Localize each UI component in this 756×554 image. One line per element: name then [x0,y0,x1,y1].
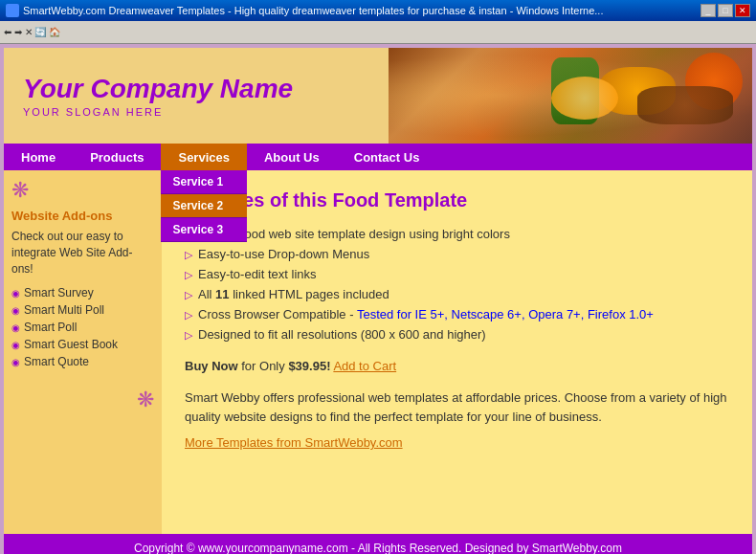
service2-item[interactable]: Service 2 [161,194,247,218]
sidebar-deco-bottom: ❋ [11,388,154,412]
description-text: Smart Webby offers professional web temp… [185,388,729,426]
buy-text: for Only [241,359,288,373]
smart-multi-poll-link[interactable]: Smart Multi Poll [24,303,104,317]
nav-home[interactable]: Home [4,144,73,170]
sidebar-links-list: ◉ Smart Survey ◉ Smart Multi Poll ◉ Smar… [11,286,154,368]
site-header: Your Company Name YOUR SLOGAN HERE [4,48,752,144]
list-item: ▷ Unique food web site template design u… [185,227,729,241]
buy-section: Buy Now for Only $39.95! Add to Cart [185,359,729,373]
window-controls[interactable]: _ □ ✕ [700,4,750,17]
close-button[interactable]: ✕ [735,4,750,17]
list-item: ◉ Smart Multi Poll [11,303,154,317]
sidebar: ❋ Website Add-ons Check out our easy to … [4,170,162,534]
smart-survey-link[interactable]: Smart Survey [24,286,94,299]
page-wrapper: Your Company Name YOUR SLOGAN HERE Home … [0,44,756,554]
feature-text: Cross Browser Compatible - Tested for IE… [198,307,654,321]
company-name: Your Company Name [23,74,369,104]
list-item: ▷ Easy-to-edit text links [185,267,729,281]
bullet-icon: ◉ [11,357,20,367]
feature-text: Designed to fit all resolutions (800 x 6… [198,327,486,342]
minimize-button[interactable]: _ [700,4,716,17]
smart-quote-link[interactable]: Smart Quote [24,355,89,368]
title-bar: SmartWebby.com Dreamweaver Templates - H… [0,0,756,21]
list-item: ◉ Smart Survey [11,286,154,299]
list-item: ▷ Easy-to-use Drop-down Menus [185,247,729,261]
browser-toolbar: ⬅ ➡ ✕ 🔄 🏠 [0,21,756,44]
feature-bullet-icon: ▷ [185,249,192,261]
header-left: Your Company Name YOUR SLOGAN HERE [4,64,389,127]
sidebar-deco-top: ❋ [11,178,29,203]
bullet-icon: ◉ [11,305,20,316]
smart-poll-link[interactable]: Smart Poll [24,321,77,334]
feature-bullet-icon: ▷ [185,269,192,281]
nav-services-dropdown[interactable]: Services Service 1 Service 2 Service 3 [161,144,247,170]
feature-bullet-icon: ▷ [185,289,192,301]
sidebar-intro: Check out our easy to integrate Web Site… [11,229,154,277]
list-item: ◉ Smart Quote [11,355,154,368]
feature-text: All 11 linked HTML pages included [198,287,389,301]
service3-item[interactable]: Service 3 [161,218,247,242]
feature-bullet-icon: ▷ [185,329,192,342]
smart-guest-book-link[interactable]: Smart Guest Book [24,338,118,351]
main-content: Features of this Food Template ▷ Unique … [162,170,752,534]
maximize-button[interactable]: □ [718,4,733,17]
bullet-icon: ◉ [11,288,20,299]
add-to-cart-link[interactable]: Add to Cart [333,359,396,373]
buy-now-label: Buy Now [185,359,238,373]
content-wrapper: ❋ Website Add-ons Check out our easy to … [4,170,752,534]
site-footer: Copyright © www.yourcompanyname.com - Al… [4,534,752,554]
buy-price: $39.95! [288,359,330,373]
main-title: Features of this Food Template [185,189,729,211]
list-item: ▷ All 11 linked HTML pages included [185,287,729,301]
nav-services[interactable]: Services [161,144,247,170]
feature-list: ▷ Unique food web site template design u… [185,227,729,342]
slogan: YOUR SLOGAN HERE [23,106,369,118]
service1-item[interactable]: Service 1 [161,170,247,194]
header-image [389,48,752,144]
bullet-icon: ◉ [11,340,20,350]
nav-contact[interactable]: Contact Us [337,144,437,170]
list-item: ◉ Smart Poll [11,321,154,334]
browser-icon [6,4,19,17]
list-item: ▷ Cross Browser Compatible - Tested for … [185,307,729,321]
list-item: ◉ Smart Guest Book [11,338,154,351]
feature-bullet-icon: ▷ [185,309,192,321]
more-templates-link[interactable]: More Templates from SmartWebby.com [185,435,403,450]
nav-bar: Home Products Services Service 1 Service… [4,144,752,170]
sidebar-section-title: Website Add-ons [11,209,154,223]
feature-text: Easy-to-use Drop-down Menus [198,247,369,261]
bullet-icon: ◉ [11,322,20,333]
services-dropdown-menu: Service 1 Service 2 Service 3 [161,170,247,242]
nav-products[interactable]: Products [73,144,161,170]
feature-text: Easy-to-edit text links [198,267,317,281]
list-item: ▷ Designed to fit all resolutions (800 x… [185,327,729,342]
title-bar-text: SmartWebby.com Dreamweaver Templates - H… [23,5,603,16]
footer-text: Copyright © www.yourcompanyname.com - Al… [134,542,622,554]
nav-about[interactable]: About Us [247,144,337,170]
